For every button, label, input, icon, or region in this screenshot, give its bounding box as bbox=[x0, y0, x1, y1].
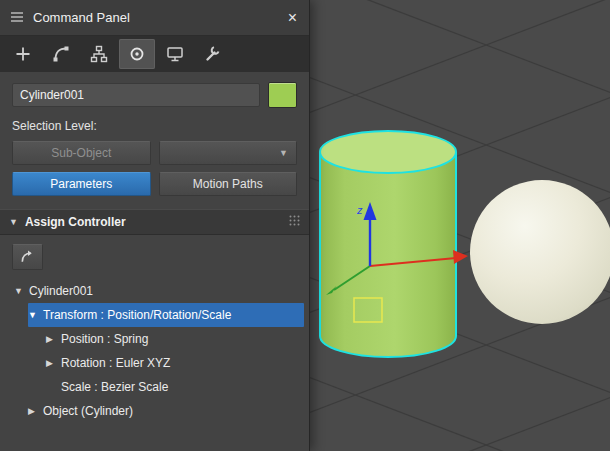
object-color-swatch[interactable] bbox=[268, 82, 297, 108]
tab-display[interactable] bbox=[157, 39, 193, 69]
expand-arrow-icon[interactable]: ▶ bbox=[46, 334, 61, 344]
selection-level-label: Selection Level: bbox=[12, 119, 297, 133]
motion-icon bbox=[128, 45, 146, 63]
expand-arrow-icon[interactable]: ▶ bbox=[28, 406, 43, 416]
tree-item-label: Cylinder001 bbox=[29, 284, 93, 298]
tree-item-position[interactable]: ▶ Position : Spring bbox=[46, 327, 304, 351]
rollout-grip-icon bbox=[289, 215, 300, 229]
tab-hierarchy[interactable] bbox=[81, 39, 117, 69]
wrench-icon bbox=[204, 45, 222, 63]
tree-item-label: Transform : Position/Rotation/Scale bbox=[43, 308, 231, 322]
tree-item-label: Scale : Bezier Scale bbox=[61, 380, 168, 394]
sphere-object[interactable] bbox=[470, 180, 610, 324]
assign-controller-button[interactable] bbox=[12, 244, 43, 270]
chevron-down-icon: ▼ bbox=[279, 148, 288, 158]
assign-controller-rollout-header[interactable]: ▼ Assign Controller bbox=[0, 209, 309, 235]
viewport-canvas[interactable]: z bbox=[310, 0, 610, 451]
object-name-row bbox=[12, 82, 297, 108]
motion-paths-button[interactable]: Motion Paths bbox=[159, 172, 298, 196]
plus-icon bbox=[14, 45, 32, 63]
assign-controller-icon bbox=[19, 249, 36, 266]
modify-icon bbox=[52, 45, 70, 63]
hierarchy-icon bbox=[90, 45, 108, 63]
tree-item-label: Position : Spring bbox=[61, 332, 148, 346]
tree-item-rotation[interactable]: ▶ Rotation : Euler XYZ bbox=[46, 351, 304, 375]
controller-tree: ▼ Cylinder001 ▼ Transform : Position/Rot… bbox=[0, 279, 309, 423]
expand-arrow-icon[interactable]: ▼ bbox=[28, 310, 43, 320]
sub-object-button[interactable]: Sub-Object bbox=[12, 141, 151, 165]
tree-item-label: Rotation : Euler XYZ bbox=[61, 356, 170, 370]
cylinder-object[interactable] bbox=[320, 131, 456, 357]
panel-menu-icon[interactable] bbox=[10, 9, 24, 27]
control-button-grid: Sub-Object ▼ Parameters Motion Paths bbox=[12, 141, 297, 196]
expand-arrow-icon[interactable]: ▶ bbox=[46, 358, 61, 368]
object-name-input[interactable] bbox=[12, 83, 260, 107]
expand-arrow-icon[interactable]: ▼ bbox=[14, 286, 29, 296]
rollout-collapse-icon[interactable]: ▼ bbox=[9, 217, 18, 227]
tab-create[interactable] bbox=[5, 39, 41, 69]
panel-titlebar: Command Panel × bbox=[0, 0, 309, 36]
rollout-title: Assign Controller bbox=[25, 215, 126, 229]
tree-item-object-cylinder[interactable]: ▶ Object (Cylinder) bbox=[28, 399, 304, 423]
panel-tab-strip bbox=[0, 36, 309, 72]
tree-item-cylinder001[interactable]: ▼ Cylinder001 bbox=[14, 279, 304, 303]
z-axis-label: z bbox=[356, 204, 363, 216]
command-panel: Command Panel × Selection Level: Sub-Obj… bbox=[0, 0, 310, 451]
parameters-button[interactable]: Parameters bbox=[12, 172, 151, 196]
tree-item-scale[interactable]: Scale : Bezier Scale bbox=[46, 375, 304, 399]
viewport-3d[interactable]: z bbox=[310, 0, 610, 451]
sub-object-dropdown[interactable]: ▼ bbox=[159, 141, 298, 165]
panel-title: Command Panel bbox=[33, 10, 277, 25]
display-icon bbox=[166, 45, 184, 63]
close-icon[interactable]: × bbox=[286, 10, 299, 26]
tab-motion[interactable] bbox=[119, 39, 155, 69]
tree-item-transform[interactable]: ▼ Transform : Position/Rotation/Scale bbox=[28, 303, 304, 327]
tree-item-label: Object (Cylinder) bbox=[43, 404, 133, 418]
tab-modify[interactable] bbox=[43, 39, 79, 69]
tab-utilities[interactable] bbox=[195, 39, 231, 69]
